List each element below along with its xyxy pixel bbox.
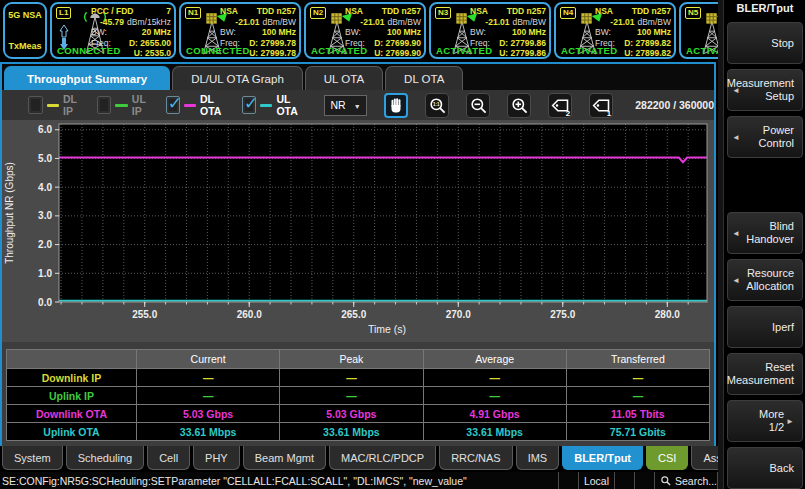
mode-indicator: 5G NSA TxMeas — [3, 2, 47, 59]
cell-ul-freq: U: 27799.86 — [499, 48, 546, 59]
cell-bw: 100 MHz — [387, 27, 421, 38]
cell-value: — — [137, 387, 280, 405]
tab-ul-ota[interactable]: UL OTA — [305, 66, 383, 90]
tab-dlul-ota-graph[interactable]: DL/UL OTA Graph — [172, 66, 303, 90]
ul-ip-checkbox[interactable]: ✓ — [97, 96, 112, 114]
tab-cell[interactable]: Cell — [147, 446, 190, 470]
function-tabs: System Scheduling Cell PHY Beam Mgmt MAC… — [0, 446, 718, 472]
button-label: Iperf — [772, 321, 794, 334]
marker-2-button[interactable]: 2 — [548, 93, 572, 118]
cell-value: 33.61 Mbps — [423, 423, 566, 441]
button-label: More 1/2 — [743, 408, 784, 434]
tab-throughput-summary[interactable]: Throughput Summary — [4, 66, 170, 90]
zoom-1to1-icon: 1:1 — [428, 96, 447, 115]
stop-button[interactable]: Stop — [727, 22, 803, 64]
cell-panel-n5[interactable]: N5 ACTIVATED — [679, 2, 718, 59]
more-arrow-icon — [784, 414, 794, 428]
zoom-1to1-button[interactable]: 1:1 — [425, 93, 449, 118]
cell-ul-freq: U: 2535.0 — [134, 48, 171, 59]
svg-text:6.0: 6.0 — [38, 124, 52, 135]
blind-handover-button[interactable]: Blind Handover — [727, 212, 803, 254]
cell-value: 5.03 Gbps — [280, 405, 423, 423]
legend-label: UL IP — [132, 93, 153, 117]
tab-ims[interactable]: IMS — [516, 446, 560, 470]
legend-item-dl-ota: ✓ DL OTA — [166, 93, 229, 117]
mode-line2: TxMeas — [7, 41, 43, 51]
status-cell-empty — [614, 472, 634, 489]
zoom-in-button[interactable] — [507, 93, 531, 118]
ul-ota-checkbox[interactable]: ✓ — [242, 96, 256, 114]
svg-text:Time (s): Time (s) — [368, 323, 406, 335]
tab-beam-mgmt[interactable]: Beam Mgmt — [243, 446, 326, 470]
dl-ota-checkbox[interactable]: ✓ — [166, 96, 180, 114]
col-transferred: Transferred — [566, 350, 709, 369]
cell-panel-n1[interactable]: N1 NSATDD n257 -21.01dBm/BW BW:100 MHz F… — [179, 2, 301, 59]
local-indicator[interactable]: Local — [578, 472, 614, 489]
svg-text:3.0: 3.0 — [38, 210, 52, 221]
cell-bw: 100 MHz — [262, 27, 296, 38]
cell-power: -21.01 — [610, 17, 634, 28]
cell-value: 4.91 Gbps — [423, 405, 566, 423]
tab-scheduling[interactable]: Scheduling — [66, 446, 144, 470]
cell-dl-freq: D: 27699.90 — [374, 38, 421, 49]
tab-rrc-nas[interactable]: RRC/NAS — [439, 446, 513, 470]
marker-2-icon: 2 — [550, 95, 571, 116]
cell-dl-freq: D: 27899.82 — [624, 38, 671, 49]
cell-bw: 20 MHz — [142, 27, 171, 38]
tab-dl-ota[interactable]: DL OTA — [385, 66, 463, 90]
rat-dropdown[interactable]: NR — [324, 95, 366, 116]
more-pages-button[interactable]: More 1/2 — [727, 400, 803, 442]
throughput-table-container: Current Peak Average Transferred Downlin… — [2, 342, 714, 448]
pan-tool-button[interactable] — [384, 93, 408, 118]
cell-status: ACTIVATED — [436, 45, 493, 56]
cell-dl-freq: D: 27799.86 — [499, 38, 546, 49]
cell-value: — — [423, 387, 566, 405]
sidebar-divider — [718, 0, 724, 489]
legend-label: DL IP — [63, 93, 84, 117]
button-label: Reset Measurement — [727, 361, 794, 387]
cell-power: -21.01 — [360, 17, 384, 28]
resource-allocation-button[interactable]: Resource Allocation — [727, 259, 803, 301]
zoom-in-icon — [510, 96, 529, 115]
cell-status: CONNECTED — [57, 45, 121, 56]
cell-panel-l1[interactable]: L1 PCC / FDD7 -45.79dBm/15kHz BW:20 MHz … — [50, 2, 176, 59]
cell-panel-n4[interactable]: N4 NSATDD n257 -21.01dBm/BW BW:100 MHz F… — [554, 2, 676, 59]
tab-bler-tput[interactable]: BLER/Tput — [562, 446, 643, 470]
marker-1-button[interactable]: 1 — [589, 93, 613, 118]
tab-csi[interactable]: CSI — [646, 446, 688, 470]
rat-dropdown-value: NR — [330, 99, 345, 111]
power-control-button[interactable]: Power Control — [727, 116, 803, 158]
cell-power-unit: dBm/BW — [512, 17, 546, 28]
zoom-out-icon — [469, 96, 488, 115]
tab-system[interactable]: System — [2, 446, 63, 470]
cell-name: NSA — [470, 6, 488, 17]
cell-status: ACTIVATED — [561, 45, 618, 56]
iperf-button[interactable]: Iperf — [727, 306, 803, 348]
status-bar: SE:CONFig:NR5G:SCHeduling:SETParameter "… — [0, 472, 718, 489]
cell-panel-n3[interactable]: N3 NSATDD n257 -21.01dBm/BW BW:100 MHz F… — [429, 2, 551, 59]
zoom-out-button[interactable] — [466, 93, 490, 118]
tab-phy[interactable]: PHY — [193, 446, 240, 470]
button-label: Stop — [771, 37, 794, 50]
chevron-down-icon — [354, 99, 361, 111]
search-box[interactable]: Search... — [654, 472, 718, 489]
button-label: Resource Allocation — [743, 267, 794, 293]
tab-mac-rlc-pdcp[interactable]: MAC/RLC/PDCP — [329, 446, 436, 470]
bw-label: BW: — [91, 27, 107, 38]
dl-ip-checkbox[interactable]: ✓ — [28, 96, 43, 114]
cell-panel-n2[interactable]: N2 NSATDD n257 -21.01dBm/BW BW:100 MHz F… — [304, 2, 426, 59]
reset-measurement-button[interactable]: Reset Measurement — [727, 353, 803, 395]
throughput-chart[interactable]: 255.0260.0265.0270.0275.0280.00.01.02.03… — [2, 120, 714, 342]
svg-text:5.0: 5.0 — [38, 153, 52, 164]
hand-icon — [387, 96, 405, 114]
measurement-setup-button[interactable]: Measurement Setup — [727, 69, 803, 111]
back-button[interactable]: Back — [727, 447, 803, 489]
bw-label: BW: — [345, 27, 361, 38]
cell-name: NSA — [345, 6, 363, 17]
cell-status-bar: 5G NSA TxMeas L1 PCC / FDD7 -45.79dBm/15… — [0, 0, 718, 62]
cell-value: 33.61 Mbps — [280, 423, 423, 441]
dl-ip-line-swatch — [47, 104, 60, 107]
svg-text:280.0: 280.0 — [655, 309, 680, 320]
cell-power: -45.79 — [100, 17, 124, 28]
submenu-arrow-icon — [732, 83, 740, 97]
